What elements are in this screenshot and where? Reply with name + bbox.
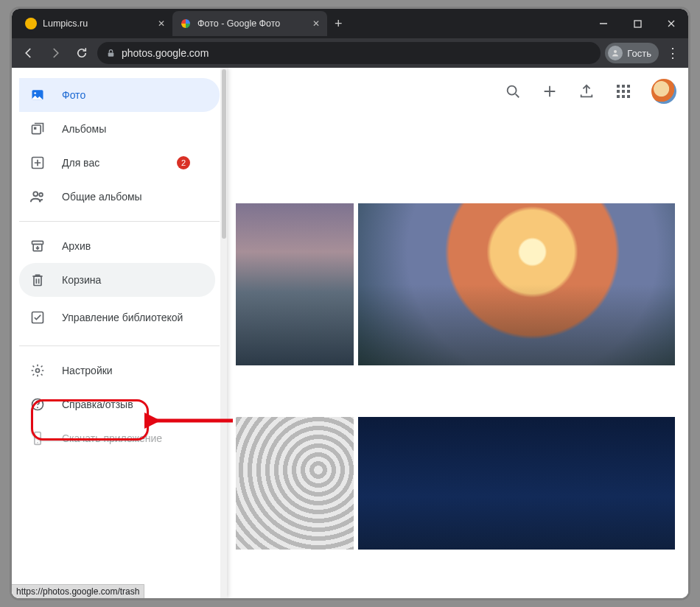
image-icon <box>29 87 46 103</box>
titlebar: Lumpics.ru ✕ Фото - Google Фото ✕ + <box>12 9 688 38</box>
lock-icon <box>106 49 116 58</box>
sidebar-item-label: Общие альбомы <box>62 191 142 203</box>
svg-point-11 <box>34 92 36 94</box>
status-url: https://photos.google.com/trash <box>16 586 139 597</box>
address-bar: photos.google.com Гость ⋮ <box>12 38 688 68</box>
upload-button[interactable] <box>578 83 595 100</box>
sidebar-item-download-app[interactable]: Скачать приложение <box>19 421 220 455</box>
settings-icon <box>29 362 46 379</box>
close-window-button[interactable] <box>654 9 688 38</box>
url-field[interactable]: photos.google.com <box>97 42 601 64</box>
sidebar-item-label: Архив <box>62 240 91 252</box>
status-bar: https://photos.google.com/trash <box>12 584 144 598</box>
window-controls <box>587 9 688 38</box>
browser-menu-button[interactable]: ⋮ <box>663 45 682 61</box>
reload-button[interactable] <box>71 42 93 64</box>
create-button[interactable] <box>541 83 559 100</box>
sidebar-item-label: Фото <box>62 89 85 101</box>
search-icon[interactable] <box>504 83 522 100</box>
shared-icon <box>29 189 46 205</box>
apps-grid-icon[interactable] <box>615 83 632 100</box>
tab-title: Фото - Google Фото <box>197 18 307 29</box>
svg-point-25 <box>36 369 40 373</box>
profile-chip[interactable]: Гость <box>605 43 659 63</box>
svg-line-7 <box>516 94 519 97</box>
sidebar-item-photos[interactable]: Фото <box>19 78 220 112</box>
albums-icon <box>29 121 46 137</box>
notification-badge: 2 <box>177 156 190 169</box>
page-content: Google Фото <box>12 68 688 598</box>
sidebar-item-trash[interactable]: Корзина <box>19 263 215 297</box>
photo-grid <box>227 115 688 598</box>
photo-thumbnail[interactable] <box>358 417 675 550</box>
sidebar-item-label: Скачать приложение <box>62 432 162 444</box>
svg-point-18 <box>39 193 43 197</box>
sidebar-item-manage-library[interactable]: Управление библиотекой <box>19 297 220 338</box>
photo-thumbnail[interactable] <box>358 203 675 365</box>
sidebar-item-label: Справка/отзыв <box>62 399 133 410</box>
favicon-google-photos <box>180 18 192 29</box>
sidebar-item-albums[interactable]: Альбомы <box>19 112 220 146</box>
svg-point-29 <box>37 442 38 443</box>
trash-icon <box>29 272 46 288</box>
divider <box>19 221 220 222</box>
svg-rect-1 <box>634 21 641 27</box>
photo-thumbnail[interactable] <box>236 417 354 550</box>
sidebar-item-label: Управление библиотекой <box>62 311 183 324</box>
sidebar-item-label: Настройки <box>62 365 113 376</box>
archive-icon <box>29 238 46 254</box>
sidebar-item-label: Для вас <box>62 157 99 169</box>
sidebar-item-label: Корзина <box>62 274 101 286</box>
sidebar: Фото Альбомы Для вас 2 Общие альбомы <box>12 68 227 598</box>
sidebar-item-label: Альбомы <box>62 123 106 135</box>
photo-thumbnail[interactable] <box>236 203 354 365</box>
svg-rect-4 <box>108 52 114 56</box>
sidebar-item-for-you[interactable]: Для вас 2 <box>19 146 220 180</box>
favicon-lumpics <box>25 18 37 29</box>
forward-button[interactable] <box>44 42 66 64</box>
account-avatar[interactable] <box>651 79 676 104</box>
guest-label: Гость <box>627 48 651 59</box>
help-icon <box>29 396 46 413</box>
svg-rect-21 <box>34 276 41 286</box>
svg-point-17 <box>33 192 38 196</box>
sidebar-item-shared[interactable]: Общие альбомы <box>19 180 220 214</box>
tab-title: Lumpics.ru <box>43 18 152 29</box>
browser-window: Lumpics.ru ✕ Фото - Google Фото ✕ + phot… <box>12 9 688 598</box>
scrollbar-thumb[interactable] <box>222 69 226 239</box>
guest-avatar-icon <box>608 46 623 60</box>
svg-point-27 <box>37 407 38 408</box>
close-icon[interactable]: ✕ <box>312 18 320 29</box>
for-you-icon <box>29 155 46 171</box>
manage-icon <box>29 309 46 326</box>
new-tab-button[interactable]: + <box>327 16 350 32</box>
tab-lumpics[interactable]: Lumpics.ru ✕ <box>18 11 172 36</box>
divider <box>19 345 220 346</box>
sidebar-item-archive[interactable]: Архив <box>19 229 220 263</box>
close-icon[interactable]: ✕ <box>158 18 165 29</box>
svg-rect-13 <box>34 127 36 130</box>
minimize-button[interactable] <box>587 9 620 38</box>
back-button[interactable] <box>18 42 40 64</box>
sidebar-item-settings[interactable]: Настройки <box>19 354 220 387</box>
svg-point-6 <box>508 85 517 94</box>
svg-point-5 <box>614 50 617 53</box>
svg-rect-12 <box>32 125 41 134</box>
download-icon <box>29 430 46 446</box>
url-text: photos.google.com <box>122 47 209 59</box>
sidebar-item-help[interactable]: Справка/отзыв <box>19 387 220 421</box>
tab-google-photos[interactable]: Фото - Google Фото ✕ <box>172 11 327 36</box>
maximize-button[interactable] <box>620 9 654 38</box>
